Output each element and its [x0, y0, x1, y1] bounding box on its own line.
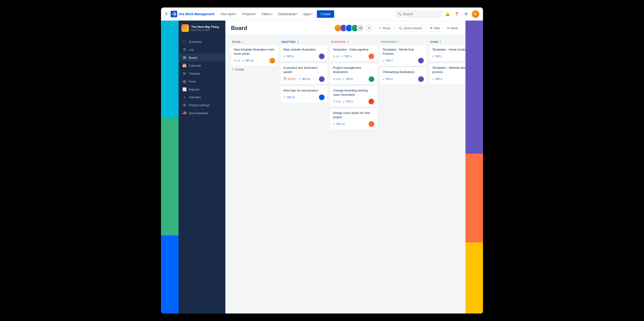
card[interactable]: Change-boarding existing users illustrat… [330, 86, 377, 107]
column-title-approved: APPROVED [381, 40, 396, 43]
card[interactable]: Templates - Month End Process ✓ TBT-4 [380, 45, 426, 66]
card-title: Templates - Month End Process [382, 48, 424, 56]
column-title-in-review: IN REVIEW [331, 40, 346, 43]
filter-button[interactable]: ⧉ Filter [427, 24, 443, 32]
strip-purple [466, 20, 483, 154]
sidebar-item-board[interactable]: ⊞ Board [178, 54, 225, 62]
card[interactable]: Main website illustration ✓ TBT-6 [280, 45, 328, 62]
card-subtask: ⊡ 2/10 [333, 100, 341, 103]
sidebar-item-list[interactable]: ☰ List [178, 46, 225, 54]
sidebar-item-timeline[interactable]: ⊟ Timeline [178, 70, 225, 78]
card[interactable]: New logo for new product ✓ TBT-32 [280, 86, 328, 102]
card-title: New template illustration main cover pho… [234, 48, 275, 56]
card-assignee-avatar[interactable] [418, 76, 424, 82]
user-avatar[interactable]: U [472, 10, 479, 18]
timeline-icon: ⊟ [182, 71, 186, 76]
card[interactable]: Templates - Sales pipeline ⊡ 1/2 ✓ [330, 45, 377, 62]
create-item-button[interactable]: + Create [231, 66, 278, 73]
card-meta-left: ⏰ 28 OCT ✓ TBT-18 [284, 78, 310, 81]
sidebar-item-form[interactable]: ▤ Form [178, 78, 225, 86]
search-board-button[interactable]: 🔍 Search board [396, 25, 425, 32]
share-button[interactable]: ↗ Share [375, 25, 394, 32]
card-assignee-avatar[interactable] [269, 58, 275, 64]
sidebar-item-project-settings[interactable]: ⚙ Project settings [178, 101, 225, 109]
column-cards-done: Templates - Asset creation ✓ TBT-1 [430, 45, 466, 84]
nav-filters[interactable]: Filters ▾ [259, 11, 275, 17]
due-date: ⏰ 28 OCT [284, 78, 297, 80]
clock-icon: ⏰ [284, 78, 287, 80]
strip-orange [466, 154, 483, 242]
card[interactable]: New template illustration main cover pho… [231, 45, 278, 66]
board-team-avatars: +3 + [334, 24, 372, 32]
card-meta: ⊡ 2/10 ✓ TBT-9 [333, 99, 374, 104]
card-title: Change-boarding existing users illustrat… [333, 88, 374, 97]
card-tag: ✓ TBT-13 [333, 122, 344, 126]
column-title-todo: TO DO [232, 40, 240, 43]
search-icon: 🔍 [398, 26, 402, 30]
main-content: Board +3 + ↗ Share 🔍 Search [225, 20, 466, 314]
card-assignee-avatar[interactable] [368, 121, 374, 127]
chevron-down-icon: ▾ [296, 13, 298, 15]
card[interactable]: Project management illustrations ⊡ 2/10 … [330, 64, 377, 84]
add-team-member-button[interactable]: + [365, 24, 372, 32]
sidebar-label-reports: Reports [189, 88, 200, 91]
app-name: Jira Work Management [178, 12, 214, 16]
card-assignee-avatar[interactable] [418, 58, 424, 64]
sidebar-item-add-item[interactable]: + Add item [178, 93, 225, 101]
search-input[interactable] [403, 12, 439, 16]
sidebar-item-give-feedback[interactable]: 📣 Give feedback [178, 109, 225, 117]
column-title-done: DONE [430, 40, 438, 43]
card-meta: ✓ TBT-1 [432, 54, 466, 59]
sidebar-item-reports[interactable]: 📈 Reports [178, 86, 225, 93]
card-meta: ✓ TBT-3 [432, 76, 466, 82]
form-icon: ▤ [182, 79, 186, 84]
chevron-down-icon: ▾ [312, 13, 313, 15]
card-title: In-product tour illustration assets [284, 66, 324, 74]
nav-apps[interactable]: Apps ▾ [301, 11, 315, 17]
chevron-down-icon: ▾ [255, 13, 256, 15]
sidebar-item-summary[interactable]: ⬚ Summary [178, 38, 225, 46]
create-button[interactable]: Create [317, 10, 334, 18]
card-tag: ✓ TBT-1 [432, 55, 442, 58]
card-assignee-avatar[interactable] [319, 94, 324, 100]
check-icon: ✓ [432, 78, 434, 81]
column-header-drafting: DRAFTING 3 [280, 38, 328, 45]
grid-icon[interactable]: ⠿ [165, 12, 168, 16]
nav-projects[interactable]: Projects ▾ [240, 11, 258, 17]
nav-your-work[interactable]: Your work ▾ [218, 11, 239, 17]
app-logo[interactable]: Jira Work Management [170, 11, 214, 17]
card-assignee-avatar[interactable] [368, 99, 374, 104]
chevron-down-icon: ▾ [271, 13, 272, 15]
card-meta: ✓ TBT-13 [333, 121, 374, 127]
sidebar-label-list: List [189, 48, 194, 52]
card[interactable]: In-product tour illustration assets ⏰ 28… [280, 64, 328, 84]
card-assignee-avatar[interactable] [368, 54, 374, 59]
notifications-icon[interactable]: 🔔 [444, 10, 451, 18]
card-meta: ⏰ 28 OCT ✓ TBT-18 [284, 76, 324, 82]
check-icon: ✓ [432, 55, 434, 58]
sidebar-project-header[interactable]: 🎨 The Next Big Thing Business project [178, 20, 225, 36]
list-icon: ☰ [182, 48, 186, 52]
card[interactable]: Design cover photo for new project ✓ TBT… [330, 108, 377, 129]
card[interactable]: Onboarding illustrations ✓ TBT-2 [380, 68, 426, 84]
card[interactable]: Templates - Website design process ✓ TBT… [430, 64, 466, 84]
global-search[interactable]: 🔍 [395, 10, 442, 18]
nav-dashboards[interactable]: Dashboards ▾ [276, 11, 300, 17]
settings-icon[interactable]: ⚙ [462, 10, 470, 18]
card-assignee-avatar[interactable] [319, 54, 324, 59]
card-assignee-avatar[interactable] [319, 76, 324, 82]
card-assignee-avatar[interactable] [368, 76, 374, 82]
sidebar-item-calendar[interactable]: 📅 Calendar [178, 62, 225, 70]
card-title: Project management illustrations [333, 66, 374, 74]
share-icon: ↗ [378, 26, 381, 30]
check-icon: ✓ [333, 122, 335, 126]
calendar-icon: 📅 [182, 64, 186, 68]
avatar-overflow-count[interactable]: +3 [357, 24, 364, 32]
column-cards-approved: Templates - Month End Process ✓ TBT-4 [380, 45, 426, 84]
card-title: New logo for new product [284, 88, 324, 93]
card-tag: ✓ TBT-9 [342, 100, 353, 103]
more-button[interactable]: ••• More [445, 25, 460, 31]
nav-menu: Your work ▾ Projects ▾ Filters ▾ Dashboa… [218, 10, 393, 18]
help-icon[interactable]: ❓ [453, 10, 460, 18]
card[interactable]: Templates - Asset creation ✓ TBT-1 [430, 45, 466, 62]
